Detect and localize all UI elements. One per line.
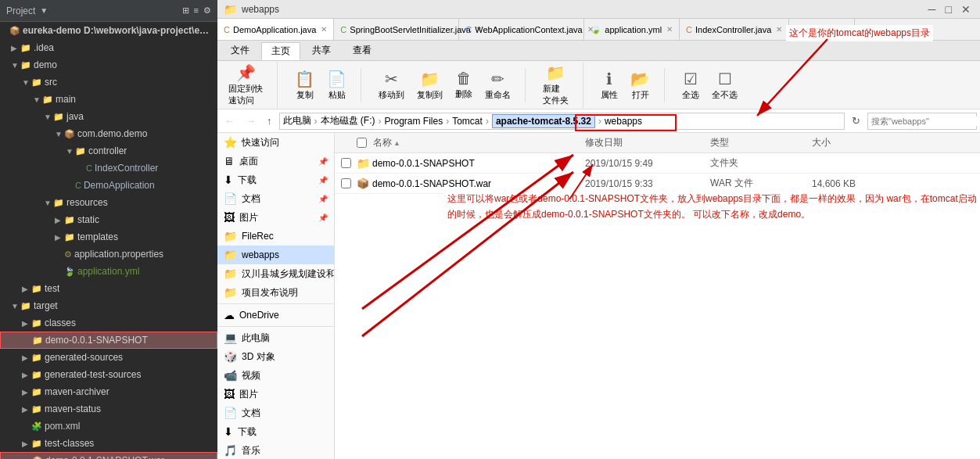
expand-arrow-idea[interactable]: ▶	[11, 44, 19, 52]
file-row-folder1[interactable]: 📁demo-0.0.1-SNAPSHOT2019/10/15 9:49文件夹	[335, 153, 980, 174]
breadcrumb-item-2[interactable]: Program Files	[385, 116, 443, 127]
expand-arrow-test[interactable]: ▶	[22, 285, 30, 293]
dropdown-icon[interactable]: ▼	[40, 6, 48, 15]
expand-arrow-com.demo.demo[interactable]: ▼	[55, 130, 63, 138]
forward-button[interactable]: →	[242, 113, 260, 129]
tab-tab2[interactable]: CSpringBootServletInitializer.java✕	[334, 19, 459, 40]
tab-tab4[interactable]: 🍃application.yml✕	[584, 19, 680, 40]
nav-item-onedrive[interactable]: ☁OneDrive	[217, 306, 334, 325]
nav-item-webapps[interactable]: 📁webapps	[217, 246, 334, 264]
tree-node-generated-test-sources[interactable]: ▶📁generated-test-sources	[0, 366, 217, 383]
expand-arrow-controller[interactable]: ▼	[66, 147, 74, 156]
nav-item-filer[interactable]: 📁FileRec	[217, 227, 334, 246]
ribbon-tab-查看[interactable]: 查看	[343, 41, 382, 59]
header-type[interactable]: 类型	[710, 136, 812, 149]
select-all-checkbox[interactable]	[357, 138, 367, 148]
tree-node-main[interactable]: ▼📁main	[0, 91, 217, 108]
tab-close-tab6[interactable]: ✕	[842, 25, 848, 34]
expand-arrow-generated-test-sources[interactable]: ▶	[22, 371, 30, 379]
ribbon-select-none-button[interactable]: ☐ 全不选	[707, 68, 742, 102]
nav-item-quick-access[interactable]: ⭐快速访问	[217, 133, 334, 152]
ribbon-tab-文件[interactable]: 文件	[221, 41, 260, 59]
nav-item-music[interactable]: 🎵音乐	[217, 441, 334, 459]
search-input[interactable]	[871, 117, 979, 126]
up-button[interactable]: ↑	[263, 113, 276, 129]
header-name[interactable]: 名称 ▲	[335, 136, 585, 149]
tree-node-maven-archiver[interactable]: ▶📁maven-archiver	[0, 383, 217, 400]
nav-item-docs[interactable]: 📄文档📌	[217, 189, 334, 208]
nav-item-pictures2[interactable]: 🖼图片	[217, 385, 334, 403]
breadcrumb-item-0[interactable]: 此电脑	[283, 114, 311, 127]
file-check-war1[interactable]	[335, 178, 357, 188]
expand-arrow-classes[interactable]: ▶	[22, 319, 30, 328]
tree-node-IndexController[interactable]: CIndexController	[0, 160, 217, 177]
ribbon-delete-button[interactable]: 🗑 删除	[451, 68, 477, 102]
tree-node-maven-status[interactable]: ▶📁maven-status	[0, 400, 217, 418]
ribbon-tab-共享[interactable]: 共享	[302, 41, 341, 59]
tab-close-tab1[interactable]: ✕	[321, 25, 327, 34]
maximize-button[interactable]: □	[942, 3, 955, 16]
minimize-button[interactable]: ─	[925, 3, 939, 16]
expand-arrow-src[interactable]: ▼	[22, 78, 30, 87]
nav-item-xmmd[interactable]: 📁项目发布说明	[217, 283, 334, 302]
toolbar-icon-2[interactable]: ≡	[194, 5, 199, 16]
nav-item-hanwen[interactable]: 📁汉川县城乡规划建设和	[217, 264, 334, 283]
expand-arrow-static[interactable]: ▶	[55, 216, 63, 224]
tree-node-demo-0.0.1-SNAPSHOT.war[interactable]: 📦demo-0.0.1-SNAPSHOT.war	[0, 452, 217, 459]
ribbon-copy-button[interactable]: 📋 复制	[290, 68, 319, 102]
back-button[interactable]: ←	[221, 113, 239, 129]
tab-tab3[interactable]: CWebApplicationContext.java✕	[459, 19, 584, 40]
tab-tab1[interactable]: CDemoApplication.java✕	[217, 19, 334, 41]
tree-node-java[interactable]: ▼📁java	[0, 108, 217, 125]
ribbon-move-button[interactable]: ✂ 移动到	[374, 68, 409, 102]
expand-arrow-java[interactable]: ▼	[44, 113, 52, 121]
breadcrumb-item-5[interactable]: webapps	[605, 116, 642, 127]
tree-node-idea[interactable]: ▶📁.idea	[0, 39, 217, 56]
tab-tab6[interactable]: mm demo✕	[789, 19, 855, 40]
nav-item-thispc[interactable]: 💻此电脑	[217, 328, 334, 347]
ribbon-rename-button[interactable]: ✏ 重命名	[480, 68, 515, 102]
breadcrumb-item-4[interactable]: apache-tomcat-8.5.32	[492, 114, 595, 128]
expand-arrow-generated-sources[interactable]: ▶	[22, 353, 30, 362]
tree-node-static[interactable]: ▶📁static	[0, 211, 217, 228]
ribbon-pin-button[interactable]: 📌 固定到快速访问	[224, 62, 267, 108]
ribbon-new-folder-button[interactable]: 📁 新建文件夹	[538, 62, 573, 108]
tree-node-controller[interactable]: ▼📁controller	[0, 142, 217, 160]
file-checkbox-folder1[interactable]	[341, 158, 351, 168]
breadcrumb-path[interactable]: 此电脑›本地磁盘 (F:)›Program Files›Tomcat›apach…	[279, 113, 845, 130]
expand-arrow-main[interactable]: ▼	[33, 95, 41, 104]
ribbon-open-button[interactable]: 📂 打开	[626, 68, 655, 102]
tree-node-application.properties[interactable]: ⚙application.properties	[0, 246, 217, 263]
tree-node-test[interactable]: ▶📁test	[0, 280, 217, 297]
ribbon-props-button[interactable]: ℹ 属性	[596, 68, 623, 102]
toolbar-icon-1[interactable]: ⊞	[182, 5, 189, 16]
nav-item-desktop[interactable]: 🖥桌面📌	[217, 152, 334, 170]
nav-item-downloads2[interactable]: ⬇下载	[217, 422, 334, 441]
expand-arrow-resources[interactable]: ▼	[44, 199, 52, 207]
ribbon-select-all-button[interactable]: ☑ 全选	[677, 68, 704, 102]
tree-node-application.yml[interactable]: 🍃application.yml	[0, 263, 217, 280]
tree-node-test-classes[interactable]: ▶📁test-classes	[0, 435, 217, 452]
ribbon-tab-主页[interactable]: 主页	[261, 42, 300, 60]
expand-arrow-demo[interactable]: ▼	[11, 61, 19, 70]
file-check-folder1[interactable]	[335, 158, 357, 168]
tree-node-com.demo.demo[interactable]: ▼📦com.demo.demo	[0, 125, 217, 142]
header-date[interactable]: 修改日期	[585, 136, 710, 149]
ribbon-copy2-button[interactable]: 📁 复制到	[412, 68, 447, 102]
file-row-war1[interactable]: 📦demo-0.0.1-SNAPSHOT.war2019/10/15 9:33W…	[335, 174, 980, 194]
tree-node-classes[interactable]: ▶📁classes	[0, 314, 217, 332]
nav-item-3dobjects[interactable]: 🎲3D 对象	[217, 347, 334, 366]
nav-item-docs2[interactable]: 📄文档	[217, 403, 334, 422]
tab-tab5[interactable]: CIndexController.java✕	[680, 19, 789, 40]
expand-arrow-templates[interactable]: ▶	[55, 233, 63, 242]
tab-close-tab4[interactable]: ✕	[666, 25, 673, 34]
toolbar-icon-3[interactable]: ⚙	[203, 5, 211, 16]
tree-node-generated-sources[interactable]: ▶📁generated-sources	[0, 349, 217, 366]
tree-node-demo-0.0.1-SNAPSHOT[interactable]: 📁demo-0.0.1-SNAPSHOT	[0, 332, 217, 349]
search-box[interactable]: 🔍	[867, 113, 977, 130]
tree-node-src[interactable]: ▼📁src	[0, 74, 217, 91]
tree-node-demo[interactable]: ▼📁demo	[0, 56, 217, 74]
breadcrumb-item-1[interactable]: 本地磁盘 (F:)	[321, 114, 375, 127]
ribbon-paste-button[interactable]: 📄 粘贴	[322, 68, 351, 102]
expand-arrow-test-classes[interactable]: ▶	[22, 439, 30, 448]
